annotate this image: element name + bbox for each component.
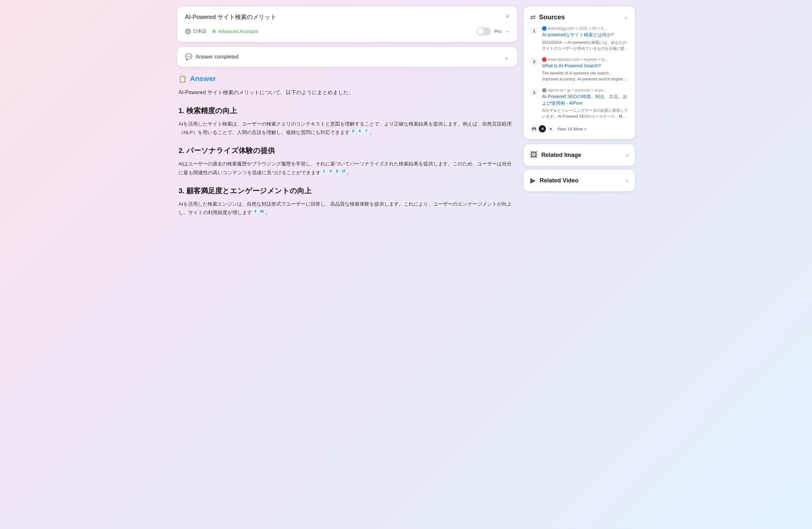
source-item-3: 3 aipure.ai > jp > products > ai-po... A… — [530, 88, 628, 119]
source-content-2: www.sitecore.com > explore > to... What … — [542, 57, 628, 82]
message-icon: 💬 — [185, 53, 192, 60]
related-video-chevron-icon: ‹ — [626, 177, 628, 184]
pro-label: Pro — [494, 29, 502, 34]
source-content-1: shinodogg.com > 2021 > 03 > 0... AI-powe… — [542, 26, 628, 51]
related-image-chevron-icon: ‹ — [626, 152, 628, 159]
citation-4[interactable]: 4 — [357, 128, 363, 134]
source-number-3: 3 — [530, 89, 538, 97]
search-meta: 日本語 ❄ Advanced Assistant Pro → — [185, 27, 509, 35]
answer-completed-bar[interactable]: 💬 Answer completed ⌄ — [177, 47, 517, 67]
citation-2[interactable]: 2 — [350, 128, 356, 134]
citation-4c[interactable]: 4 — [252, 208, 258, 214]
citation-6[interactable]: 6 — [334, 168, 340, 174]
answer-intro: AI-Powered サイト検索のメリットについて、以下のようにまとめました。 — [178, 88, 516, 97]
related-video-left: ▶ Related Video — [530, 176, 579, 185]
search-box: × AI-Powered サイト検索のメリット 日本語 ❄ Advanced A… — [177, 6, 517, 42]
source-favicon-1 — [542, 26, 547, 31]
language-label: 日本語 — [193, 28, 207, 34]
source-number-2: 2 — [530, 58, 538, 66]
section-heading-2: 2. パーソナライズ体験の提供 — [178, 146, 516, 156]
source-description-1: 2021/03/04 — AI-poweredな検索には、あなたのサイトのユーザ… — [542, 40, 628, 51]
related-video-title: Related Video — [540, 177, 579, 184]
citation-17[interactable]: 17 — [340, 168, 347, 174]
related-image-left: 🖼 Related Image — [530, 151, 581, 159]
source-domain-2: www.sitecore.com > explore > to... — [542, 57, 628, 62]
search-query: AI-Powered サイト検索のメリット — [185, 13, 509, 21]
close-button[interactable]: × — [506, 13, 509, 20]
source-favicon-2 — [542, 57, 547, 62]
chevron-down-icon: ⌄ — [504, 53, 509, 61]
related-image-title: Related Image — [541, 152, 581, 159]
answer-heading: 📋 Answer — [178, 74, 516, 83]
section-body-3: AIを活用した検索エンジンは、自然な対話形式でユーザーに回答し、高品質な検索体験… — [178, 200, 516, 217]
source-description-3: AIモデルとトレーニングデータの品質に依存しています。AI-Powered SE… — [542, 108, 628, 119]
section-heading-3: 3. 顧客満足度とエンゲージメントの向上 — [178, 186, 516, 196]
answer-section: 📋 Answer AI-Powered サイト検索のメリットについて、以下のよう… — [177, 74, 517, 217]
right-panel: ⇄ Sources ⌄ 1 shinodogg.com > 2021 > 03 … — [524, 6, 635, 523]
answer-title: Answer — [190, 74, 216, 83]
section-body-2: AIはユーザーの過去の検索履歴やブラウジング履歴を学習し、それに基づいてパーソナ… — [178, 159, 516, 177]
related-video-card[interactable]: ▶ Related Video ‹ — [524, 170, 635, 191]
source-domain-1: shinodogg.com > 2021 > 03 > 0... — [542, 26, 628, 31]
citation-4b[interactable]: 4 — [328, 168, 333, 174]
sources-chevron-icon[interactable]: ⌄ — [623, 13, 628, 20]
snowflake-icon: ❄ — [212, 28, 216, 35]
source-content-3: aipure.ai > jp > products > ai-po... AI-… — [542, 88, 628, 119]
source-number-1: 1 — [530, 27, 538, 35]
citation-10[interactable]: 10 — [259, 208, 265, 214]
view-more-icon-3: ● — [547, 125, 554, 132]
citation-7[interactable]: 7 — [363, 128, 369, 134]
source-favicon-3 — [542, 88, 547, 92]
view-more-icon-2: ✕ — [539, 125, 546, 132]
answer-bar-content: 💬 Answer completed — [185, 53, 238, 60]
advanced-assistant-button[interactable]: ❄ Advanced Assistant — [212, 28, 258, 35]
source-description-2: The benefits of AI-powered site search ·… — [542, 70, 628, 82]
section-body-1: AIを活用したサイト検索は、ユーザーの検索クエリのコンテキストと意図を理解するこ… — [178, 120, 516, 137]
related-image-card[interactable]: 🖼 Related Image ‹ — [524, 144, 635, 166]
view-more-row: 🎮 ✕ ● View 14 More > — [530, 125, 628, 132]
view-more-link[interactable]: View 14 More > — [557, 127, 586, 131]
source-title-3[interactable]: AI-Powered SEOの特徴、利点、欠点、および使用例 - AiPure — [542, 94, 628, 106]
view-more-icon-1: 🎮 — [530, 125, 537, 132]
sources-card: ⇄ Sources ⌄ 1 shinodogg.com > 2021 > 03 … — [524, 6, 635, 139]
source-title-1[interactable]: AI-poweredなサイト検索とは何か? — [542, 32, 628, 38]
sources-title: Sources — [539, 13, 565, 21]
advanced-assistant-label: Advanced Assistant — [218, 29, 258, 34]
section-heading-1: 1. 検索精度の向上 — [178, 106, 516, 116]
source-domain-3: aipure.ai > jp > products > ai-po... — [542, 88, 628, 92]
pro-section: Pro → — [477, 27, 509, 35]
answer-completed-text: Answer completed — [195, 54, 238, 60]
language-selector[interactable]: 日本語 — [185, 28, 207, 34]
pro-arrow-icon[interactable]: → — [505, 29, 509, 34]
citation-1[interactable]: 1 — [321, 168, 327, 174]
image-icon: 🖼 — [530, 151, 537, 159]
view-more-icons: 🎮 ✕ ● — [530, 125, 554, 132]
source-item-1: 1 shinodogg.com > 2021 > 03 > 0... AI-po… — [530, 26, 628, 51]
sources-link-icon: ⇄ — [530, 13, 536, 21]
source-title-2[interactable]: What Is AI-Powered Search? — [542, 63, 628, 69]
sources-header: ⇄ Sources ⌄ — [530, 13, 628, 21]
globe-icon — [185, 28, 191, 34]
source-item-2: 2 www.sitecore.com > explore > to... Wha… — [530, 57, 628, 82]
answer-icon: 📋 — [178, 75, 187, 83]
sources-header-left: ⇄ Sources — [530, 13, 565, 21]
pro-toggle[interactable] — [477, 27, 491, 35]
video-icon: ▶ — [530, 176, 536, 185]
